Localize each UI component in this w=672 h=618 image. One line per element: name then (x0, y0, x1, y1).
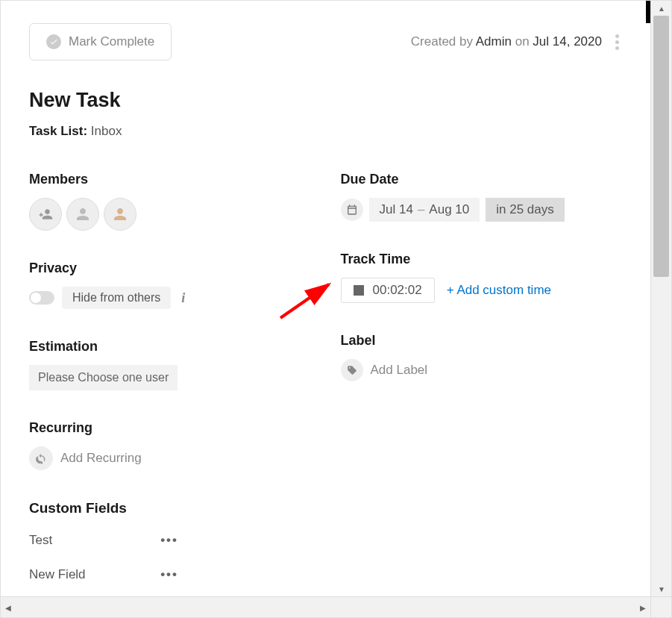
scroll-down-icon[interactable]: ▼ (651, 581, 672, 596)
task-title[interactable]: New Task (29, 89, 622, 112)
custom-field-row: Test ••• (29, 533, 178, 548)
estimation-section: Estimation Please Choose one user (29, 339, 311, 390)
label-section: Label Add Label (341, 333, 623, 381)
custom-fields-section: Custom Fields Test ••• New Field ••• (29, 500, 311, 582)
info-icon[interactable]: i (178, 290, 188, 306)
horizontal-scrollbar[interactable]: ◀ ▶ (1, 596, 650, 617)
due-date-section: Due Date Jul 14 – Aug 10 in 25 days (341, 172, 623, 222)
custom-fields-title: Custom Fields (29, 500, 311, 516)
created-by: Admin (476, 34, 512, 49)
label-title: Label (341, 333, 623, 349)
recurring-title: Recurring (29, 420, 311, 436)
due-date-relative: in 25 days (486, 198, 565, 222)
add-recurring[interactable]: Add Recurring (29, 446, 311, 470)
custom-field-menu[interactable]: ••• (160, 567, 178, 582)
created-date: Jul 14, 2020 (533, 34, 602, 49)
member-avatar[interactable] (104, 198, 136, 231)
members-section: Members (29, 172, 311, 231)
task-header: Mark Complete Created by Admin on Jul 14… (29, 23, 622, 60)
scroll-corner (650, 596, 671, 617)
due-date-end: Aug 10 (429, 202, 469, 217)
track-time-title: Track Time (341, 252, 623, 267)
track-time-section: Track Time 00:02:02 + Add custom time (341, 252, 623, 303)
calendar-icon (341, 199, 363, 221)
check-circle-icon (46, 34, 61, 49)
mark-complete-label: Mark Complete (69, 34, 154, 49)
track-time-box[interactable]: 00:02:02 (341, 278, 435, 303)
members-title: Members (29, 172, 311, 187)
due-date-start: Jul 14 (380, 202, 413, 217)
date-dash: – (418, 202, 424, 217)
more-menu[interactable] (612, 30, 622, 54)
refresh-icon (29, 446, 53, 470)
tag-icon (341, 359, 363, 381)
privacy-label: Hide from others (62, 287, 171, 309)
add-recurring-label: Add Recurring (60, 451, 142, 466)
created-meta: Created by Admin on Jul 14, 2020 (411, 30, 622, 54)
vertical-scrollbar[interactable]: ▲ ▼ (650, 1, 671, 596)
estimation-button[interactable]: Please Choose one user (29, 365, 178, 390)
scroll-left-icon[interactable]: ◀ (1, 597, 16, 618)
add-label[interactable]: Add Label (341, 359, 623, 381)
custom-field-label: Test (29, 533, 52, 548)
add-member-button[interactable] (29, 198, 62, 231)
recurring-section: Recurring Add Recurring (29, 420, 311, 470)
scroll-up-icon[interactable]: ▲ (651, 1, 672, 16)
created-prefix: Created by (411, 34, 473, 49)
stop-icon (354, 285, 364, 296)
due-date-range[interactable]: Jul 14 – Aug 10 (369, 198, 480, 222)
privacy-title: Privacy (29, 260, 311, 276)
custom-field-label: New Field (29, 567, 86, 582)
privacy-section: Privacy Hide from others i (29, 260, 311, 309)
estimation-title: Estimation (29, 339, 311, 355)
due-date-title: Due Date (341, 172, 623, 187)
track-time-value: 00:02:02 (373, 283, 422, 298)
scroll-thumb[interactable] (653, 16, 669, 277)
member-avatar[interactable] (66, 198, 99, 231)
add-custom-time[interactable]: + Add custom time (447, 283, 551, 298)
task-list-label: Task List: (29, 124, 87, 138)
created-on-word: on (515, 34, 530, 49)
task-list-row: Task List: Inbox (29, 124, 622, 139)
add-label-text: Add Label (371, 363, 428, 378)
mark-complete-button[interactable]: Mark Complete (29, 23, 172, 60)
custom-field-menu[interactable]: ••• (160, 533, 178, 548)
task-list-value[interactable]: Inbox (91, 124, 122, 138)
privacy-toggle[interactable] (29, 291, 54, 305)
custom-field-row: New Field ••• (29, 567, 178, 582)
scroll-right-icon[interactable]: ▶ (635, 597, 650, 618)
